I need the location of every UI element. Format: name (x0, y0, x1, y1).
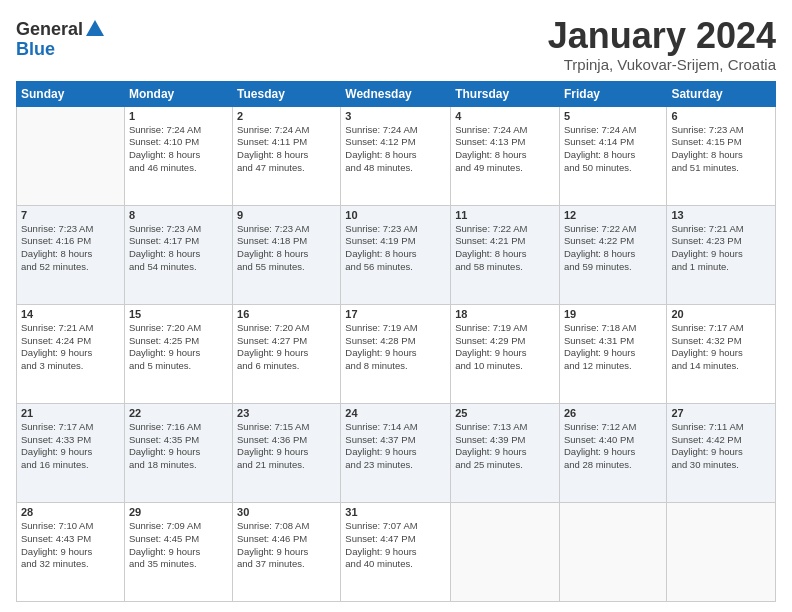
day-info: Sunrise: 7:22 AMSunset: 4:22 PMDaylight:… (564, 223, 662, 274)
day-info: Sunrise: 7:18 AMSunset: 4:31 PMDaylight:… (564, 322, 662, 373)
calendar-cell: 12Sunrise: 7:22 AMSunset: 4:22 PMDayligh… (559, 205, 666, 304)
calendar-cell (17, 106, 125, 205)
day-info: Sunrise: 7:21 AMSunset: 4:23 PMDaylight:… (671, 223, 771, 274)
day-number: 10 (345, 209, 446, 221)
day-number: 25 (455, 407, 555, 419)
calendar-cell: 22Sunrise: 7:16 AMSunset: 4:35 PMDayligh… (124, 403, 232, 502)
day-number: 5 (564, 110, 662, 122)
col-header-tuesday: Tuesday (233, 81, 341, 106)
calendar-cell: 3Sunrise: 7:24 AMSunset: 4:12 PMDaylight… (341, 106, 451, 205)
logo-blue: Blue (16, 40, 106, 58)
day-number: 2 (237, 110, 336, 122)
day-number: 6 (671, 110, 771, 122)
calendar-cell (451, 502, 560, 601)
col-header-friday: Friday (559, 81, 666, 106)
day-number: 4 (455, 110, 555, 122)
title-month: January 2024 (548, 16, 776, 56)
calendar-cell: 25Sunrise: 7:13 AMSunset: 4:39 PMDayligh… (451, 403, 560, 502)
day-number: 14 (21, 308, 120, 320)
day-number: 17 (345, 308, 446, 320)
day-info: Sunrise: 7:13 AMSunset: 4:39 PMDaylight:… (455, 421, 555, 472)
header-row: SundayMondayTuesdayWednesdayThursdayFrid… (17, 81, 776, 106)
logo-general: General (16, 20, 83, 40)
calendar-cell: 30Sunrise: 7:08 AMSunset: 4:46 PMDayligh… (233, 502, 341, 601)
calendar-cell (667, 502, 776, 601)
calendar-cell: 13Sunrise: 7:21 AMSunset: 4:23 PMDayligh… (667, 205, 776, 304)
day-number: 23 (237, 407, 336, 419)
week-row-2: 7Sunrise: 7:23 AMSunset: 4:16 PMDaylight… (17, 205, 776, 304)
day-number: 3 (345, 110, 446, 122)
day-number: 20 (671, 308, 771, 320)
day-number: 22 (129, 407, 228, 419)
col-header-saturday: Saturday (667, 81, 776, 106)
calendar-cell: 11Sunrise: 7:22 AMSunset: 4:21 PMDayligh… (451, 205, 560, 304)
day-number: 27 (671, 407, 771, 419)
col-header-wednesday: Wednesday (341, 81, 451, 106)
day-info: Sunrise: 7:23 AMSunset: 4:15 PMDaylight:… (671, 124, 771, 175)
calendar-cell: 2Sunrise: 7:24 AMSunset: 4:11 PMDaylight… (233, 106, 341, 205)
page: General Blue January 2024 Trpinja, Vukov… (0, 0, 792, 612)
col-header-sunday: Sunday (17, 81, 125, 106)
day-number: 30 (237, 506, 336, 518)
day-info: Sunrise: 7:23 AMSunset: 4:19 PMDaylight:… (345, 223, 446, 274)
week-row-1: 1Sunrise: 7:24 AMSunset: 4:10 PMDaylight… (17, 106, 776, 205)
col-header-monday: Monday (124, 81, 232, 106)
day-info: Sunrise: 7:24 AMSunset: 4:12 PMDaylight:… (345, 124, 446, 175)
day-info: Sunrise: 7:19 AMSunset: 4:29 PMDaylight:… (455, 322, 555, 373)
calendar-cell: 15Sunrise: 7:20 AMSunset: 4:25 PMDayligh… (124, 304, 232, 403)
calendar-cell (559, 502, 666, 601)
day-number: 16 (237, 308, 336, 320)
day-info: Sunrise: 7:15 AMSunset: 4:36 PMDaylight:… (237, 421, 336, 472)
day-info: Sunrise: 7:11 AMSunset: 4:42 PMDaylight:… (671, 421, 771, 472)
calendar-cell: 1Sunrise: 7:24 AMSunset: 4:10 PMDaylight… (124, 106, 232, 205)
day-info: Sunrise: 7:09 AMSunset: 4:45 PMDaylight:… (129, 520, 228, 571)
day-info: Sunrise: 7:22 AMSunset: 4:21 PMDaylight:… (455, 223, 555, 274)
calendar-cell: 20Sunrise: 7:17 AMSunset: 4:32 PMDayligh… (667, 304, 776, 403)
day-number: 24 (345, 407, 446, 419)
day-info: Sunrise: 7:23 AMSunset: 4:17 PMDaylight:… (129, 223, 228, 274)
day-number: 18 (455, 308, 555, 320)
day-info: Sunrise: 7:08 AMSunset: 4:46 PMDaylight:… (237, 520, 336, 571)
logo-icon (84, 18, 106, 40)
calendar-table: SundayMondayTuesdayWednesdayThursdayFrid… (16, 81, 776, 602)
calendar-cell: 27Sunrise: 7:11 AMSunset: 4:42 PMDayligh… (667, 403, 776, 502)
calendar-cell: 31Sunrise: 7:07 AMSunset: 4:47 PMDayligh… (341, 502, 451, 601)
day-number: 21 (21, 407, 120, 419)
day-number: 8 (129, 209, 228, 221)
day-number: 28 (21, 506, 120, 518)
calendar-cell: 8Sunrise: 7:23 AMSunset: 4:17 PMDaylight… (124, 205, 232, 304)
day-number: 13 (671, 209, 771, 221)
day-info: Sunrise: 7:17 AMSunset: 4:33 PMDaylight:… (21, 421, 120, 472)
calendar-cell: 7Sunrise: 7:23 AMSunset: 4:16 PMDaylight… (17, 205, 125, 304)
day-info: Sunrise: 7:16 AMSunset: 4:35 PMDaylight:… (129, 421, 228, 472)
week-row-5: 28Sunrise: 7:10 AMSunset: 4:43 PMDayligh… (17, 502, 776, 601)
day-info: Sunrise: 7:24 AMSunset: 4:11 PMDaylight:… (237, 124, 336, 175)
day-number: 12 (564, 209, 662, 221)
day-info: Sunrise: 7:24 AMSunset: 4:13 PMDaylight:… (455, 124, 555, 175)
calendar-cell: 23Sunrise: 7:15 AMSunset: 4:36 PMDayligh… (233, 403, 341, 502)
week-row-4: 21Sunrise: 7:17 AMSunset: 4:33 PMDayligh… (17, 403, 776, 502)
calendar-cell: 10Sunrise: 7:23 AMSunset: 4:19 PMDayligh… (341, 205, 451, 304)
day-info: Sunrise: 7:19 AMSunset: 4:28 PMDaylight:… (345, 322, 446, 373)
day-info: Sunrise: 7:14 AMSunset: 4:37 PMDaylight:… (345, 421, 446, 472)
calendar-cell: 18Sunrise: 7:19 AMSunset: 4:29 PMDayligh… (451, 304, 560, 403)
calendar-cell: 16Sunrise: 7:20 AMSunset: 4:27 PMDayligh… (233, 304, 341, 403)
calendar-cell: 29Sunrise: 7:09 AMSunset: 4:45 PMDayligh… (124, 502, 232, 601)
day-info: Sunrise: 7:24 AMSunset: 4:10 PMDaylight:… (129, 124, 228, 175)
day-info: Sunrise: 7:24 AMSunset: 4:14 PMDaylight:… (564, 124, 662, 175)
calendar-cell: 19Sunrise: 7:18 AMSunset: 4:31 PMDayligh… (559, 304, 666, 403)
calendar-cell: 14Sunrise: 7:21 AMSunset: 4:24 PMDayligh… (17, 304, 125, 403)
day-info: Sunrise: 7:21 AMSunset: 4:24 PMDaylight:… (21, 322, 120, 373)
svg-marker-0 (86, 20, 104, 36)
day-info: Sunrise: 7:20 AMSunset: 4:25 PMDaylight:… (129, 322, 228, 373)
day-number: 19 (564, 308, 662, 320)
week-row-3: 14Sunrise: 7:21 AMSunset: 4:24 PMDayligh… (17, 304, 776, 403)
day-info: Sunrise: 7:07 AMSunset: 4:47 PMDaylight:… (345, 520, 446, 571)
calendar-cell: 9Sunrise: 7:23 AMSunset: 4:18 PMDaylight… (233, 205, 341, 304)
calendar-cell: 4Sunrise: 7:24 AMSunset: 4:13 PMDaylight… (451, 106, 560, 205)
calendar-cell: 6Sunrise: 7:23 AMSunset: 4:15 PMDaylight… (667, 106, 776, 205)
calendar-cell: 24Sunrise: 7:14 AMSunset: 4:37 PMDayligh… (341, 403, 451, 502)
calendar-cell: 28Sunrise: 7:10 AMSunset: 4:43 PMDayligh… (17, 502, 125, 601)
day-info: Sunrise: 7:23 AMSunset: 4:18 PMDaylight:… (237, 223, 336, 274)
day-info: Sunrise: 7:12 AMSunset: 4:40 PMDaylight:… (564, 421, 662, 472)
